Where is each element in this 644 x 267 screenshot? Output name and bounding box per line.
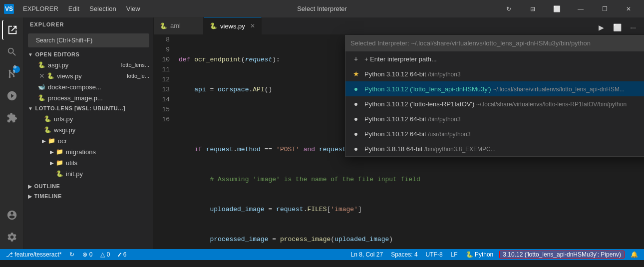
open-editors-label: OPEN EDITORS (35, 51, 79, 57)
interp-pipenv-name: Python 3.10.12 ('lotto_lens_api-dnHSMu3y… (364, 85, 644, 93)
title-bar: VS EXPLORER Edit Selection View Select I… (0, 0, 644, 17)
python-icon-wsgi: 🐍 (44, 126, 51, 133)
interp-global1-name: Python 3.10.12 64-bit /bin/python3 (364, 115, 644, 123)
global2-icon: ● (351, 130, 360, 138)
code-line-12: # Assuming 'image' is the name of the fi… (179, 175, 639, 185)
file-docker-name: docker-compose... (48, 83, 149, 91)
folder-migrations-chevron: ▶ (50, 149, 54, 155)
status-signal[interactable]: ⑇ 6 (116, 251, 128, 258)
interpreter-global2[interactable]: ● Python 3.10.12 64-bit /usr/bin/python3 (345, 126, 644, 141)
interpreter-pipenv[interactable]: ● Python 3.10.12 ('lotto_lens_api-dnHSMu… (345, 81, 644, 96)
more-actions-btn[interactable]: ··· (626, 20, 640, 34)
tab-aml-label: aml (170, 22, 181, 29)
file-views-path: lotto_le... (127, 73, 149, 79)
split-editor-action[interactable]: ⬜ (610, 20, 624, 34)
interpreter-search-bar[interactable]: ↻ (345, 35, 644, 51)
file-process[interactable]: 🐍 process_image.p... (24, 92, 153, 103)
tab-views-label: views.py (220, 22, 245, 30)
folder-utils-name: utils (66, 159, 149, 167)
explorer-header: EXPLORER (24, 17, 153, 31)
status-position[interactable]: Ln 8, Col 27 (348, 251, 385, 258)
menu-file[interactable]: EXPLORER (19, 3, 62, 14)
status-warnings[interactable]: △ 0 (98, 251, 112, 258)
venv1-icon: ● (351, 100, 360, 108)
interpreter-venv1[interactable]: ● Python 3.10.12 ('lotto-lens-RP1IatOV')… (345, 96, 644, 111)
file-docker[interactable]: 🐋 docker-compose... (24, 81, 153, 92)
menu-selection[interactable]: Selection (85, 3, 120, 14)
refresh-btn[interactable]: ↻ (497, 0, 520, 17)
python-icon-process: 🐍 (38, 94, 45, 101)
python-icon-init: 🐍 (56, 170, 63, 177)
window-title: Select Interpreter (297, 5, 347, 12)
status-bell[interactable]: 🔔 (629, 251, 640, 258)
line-num-11: 11 (158, 65, 170, 75)
status-spaces[interactable]: Spaces: 4 (389, 251, 419, 258)
interp-python38-name: Python 3.8.18 64-bit /bin/python3.8_EXEM… (364, 145, 644, 153)
status-encoding[interactable]: UTF-8 (424, 251, 445, 258)
status-language[interactable]: 🐍 Python (464, 251, 496, 258)
git-branch-icon: ⎇ (6, 251, 13, 258)
status-line-ending[interactable]: LF (449, 251, 460, 258)
activity-run[interactable] (2, 86, 22, 106)
activity-bar: ⊗ 0 (0, 17, 24, 249)
interpreter-python38[interactable]: ● Python 3.8.18 64-bit /bin/python3.8_EX… (345, 141, 644, 156)
menu-view[interactable]: View (122, 3, 144, 14)
tab-views-close-icon[interactable]: ✕ (250, 22, 255, 29)
code-line-14: processed_image = process_image(uploaded… (179, 235, 639, 245)
folder-ocr-name: ocr (58, 137, 149, 145)
interp-recommended-name: Python 3.10.12 64-bit /bin/python3 (364, 70, 644, 78)
activity-git[interactable]: ⊗ 0 (2, 64, 22, 84)
timeline-section[interactable]: ▶ TIMELINE (24, 191, 153, 201)
search-box[interactable]: Search (Ctrl+Shift+F) (28, 33, 149, 47)
file-views[interactable]: ✕ 🐍 views.py lotto_le... (24, 70, 153, 81)
outline-label: OUTLINE (34, 183, 60, 189)
outline-section[interactable]: ▶ OUTLINE (24, 181, 153, 191)
file-asgi[interactable]: 🐍 asgi.py lotto_lens... (24, 59, 153, 70)
status-interpreter[interactable]: 3.10.12 ('lotto_lens_api-dnHSMu3y': Pipe… (499, 251, 625, 259)
activity-settings[interactable] (2, 227, 22, 247)
tab-views[interactable]: 🐍 views.py ✕ (204, 17, 262, 34)
line-numbers: 8 9 10 11 12 13 14 15 16 (154, 35, 174, 249)
activity-explorer[interactable] (2, 20, 22, 40)
interpreter-search-input[interactable] (350, 39, 644, 47)
activity-extensions[interactable] (2, 108, 22, 128)
interpreter-global1[interactable]: ● Python 3.10.12 64-bit /bin/python3 Glo… (345, 111, 644, 126)
line-num-12: 12 (158, 75, 170, 85)
status-errors[interactable]: ⊗ 0 (80, 251, 94, 258)
menu-edit[interactable]: Edit (64, 3, 83, 14)
folder-ocr[interactable]: ▶ 📁 ocr (24, 135, 153, 146)
line-num-15: 15 (158, 105, 170, 115)
folder-ocr-chevron: ▶ (42, 138, 46, 144)
minimize-btn[interactable]: — (569, 0, 592, 17)
language-name: Python (475, 251, 493, 258)
close-btn[interactable]: ✕ (617, 0, 640, 17)
folder-migrations[interactable]: ▶ 📁 migrations (24, 146, 153, 157)
folder-utils[interactable]: ▶ 📁 utils (24, 157, 153, 168)
global1-icon: ● (351, 115, 360, 123)
run-btn[interactable]: ▶ (594, 20, 608, 34)
maximize-btn[interactable]: ❐ (593, 0, 616, 17)
activity-search[interactable] (2, 42, 22, 62)
docker-icon: 🐋 (38, 83, 45, 90)
file-views-close[interactable]: ✕ (38, 72, 46, 80)
file-wsgi[interactable]: 🐍 wsgi.py (24, 124, 153, 135)
title-bar-left: VS EXPLORER Edit Selection View (4, 3, 144, 14)
activity-account[interactable] (2, 205, 22, 225)
tab-actions: ▶ ⬜ ··· (590, 20, 644, 34)
git-badge: ⊗ 0 (13, 66, 20, 73)
star-icon: ★ (351, 70, 360, 78)
workspace-section[interactable]: ▼ LOTTO-LENS [WSL: UBUNTU...] (24, 103, 153, 113)
tab-aml[interactable]: 🐍 aml (154, 17, 204, 34)
status-sync[interactable]: ↻ (67, 251, 76, 258)
folder-migrations-name: migrations (66, 148, 149, 156)
split-editor-btn[interactable]: ⊟ (521, 0, 544, 17)
interpreter-python-recommended[interactable]: ★ Python 3.10.12 64-bit /bin/python3 Rec… (345, 66, 644, 81)
vscode-logo: VS (4, 4, 14, 14)
python-icon-urls: 🐍 (44, 115, 51, 122)
file-init[interactable]: 🐍 init.py (24, 168, 153, 179)
file-urls[interactable]: 🐍 urls.py (24, 113, 153, 124)
add-interpreter-path[interactable]: + + Enter interpreter path... (345, 51, 644, 66)
status-branch[interactable]: ⎇ feature/tesseract* (4, 251, 63, 258)
open-editors-section[interactable]: ▼ OPEN EDITORS (24, 49, 153, 59)
toggle-panel-btn[interactable]: ⬜ (545, 0, 568, 17)
